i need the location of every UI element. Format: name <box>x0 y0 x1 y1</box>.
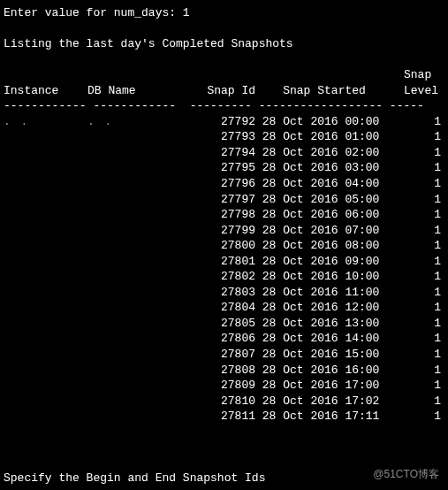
table-row: 27804 28 Oct 2016 12:001 <box>4 300 444 316</box>
cell-instance <box>4 285 87 301</box>
cell-dbname <box>87 254 185 270</box>
hdr-snapid-blank <box>185 67 255 83</box>
cell-snapid: 27803 <box>185 285 255 301</box>
cell-instance <box>4 160 87 176</box>
cell-level: 1 <box>397 285 441 301</box>
cell-started: 28 Oct 2016 05:00 <box>255 192 397 208</box>
table-row: 27811 28 Oct 2016 17:111 <box>4 409 444 425</box>
header-divider: ------------ ------------ --------- ----… <box>4 98 444 114</box>
cell-instance <box>4 394 87 410</box>
cell-started: 28 Oct 2016 14:00 <box>255 331 397 347</box>
cell-started: 28 Oct 2016 09:00 <box>255 254 397 270</box>
watermark-text: @51CTO博客 <box>373 467 439 481</box>
table-row: 27798 28 Oct 2016 06:001 <box>4 207 444 223</box>
cell-level: 1 <box>397 331 441 347</box>
specify-divider: ~~~~~~~~~~~~~~~~~~~~~~~~~~~~~~~~~~~~~~ <box>4 486 444 490</box>
hdr-started-text: Snap Started <box>283 84 366 97</box>
table-row: 27801 28 Oct 2016 09:001 <box>4 254 444 270</box>
cell-snapid: 27795 <box>185 160 255 176</box>
listing-title: Listing the last day's Completed Snapsho… <box>4 36 444 52</box>
cell-started: 28 Oct 2016 00:00 <box>255 114 397 130</box>
hdr-dbname-blank <box>87 67 185 83</box>
hdr-instance-blank <box>4 67 87 83</box>
cell-dbname <box>87 160 185 176</box>
cell-instance <box>4 409 87 425</box>
cell-started: 28 Oct 2016 12:00 <box>255 300 397 316</box>
header-row-2: Instance DB Name Snap Id Snap Started Le… <box>4 83 444 99</box>
cell-snapid: 27808 <box>185 363 255 379</box>
table-row: 27795 28 Oct 2016 03:001 <box>4 160 444 176</box>
cell-level: 1 <box>397 394 441 410</box>
cell-level: 1 <box>397 254 441 270</box>
cell-dbname: . . <box>87 114 185 130</box>
cell-instance <box>4 238 87 254</box>
cell-level: 1 <box>397 316 441 332</box>
cell-dbname <box>87 238 185 254</box>
cell-snapid: 27793 <box>185 129 255 145</box>
cell-dbname <box>87 129 185 145</box>
cell-snapid: 27798 <box>185 207 255 223</box>
cell-dbname <box>87 145 185 161</box>
cell-snapid: 27792 <box>185 114 255 130</box>
cell-level: 1 <box>397 114 441 130</box>
cell-dbname <box>87 316 185 332</box>
cell-level: 1 <box>397 145 441 161</box>
cell-dbname <box>87 223 185 239</box>
cell-snapid: 27794 <box>185 145 255 161</box>
num-days-label: Enter value for num_days: <box>4 6 183 19</box>
cell-started: 28 Oct 2016 11:00 <box>255 285 397 301</box>
table-row: 27794 28 Oct 2016 02:001 <box>4 145 444 161</box>
cell-started: 28 Oct 2016 06:00 <box>255 207 397 223</box>
cell-snapid: 27804 <box>185 300 255 316</box>
cell-level: 1 <box>397 129 441 145</box>
cell-instance <box>4 300 87 316</box>
cell-snapid: 27806 <box>185 331 255 347</box>
cell-instance <box>4 347 87 363</box>
num-days-value: 1 <box>183 6 190 19</box>
table-row: 27802 28 Oct 2016 10:001 <box>4 269 444 285</box>
cell-level: 1 <box>397 176 441 192</box>
cell-started: 28 Oct 2016 16:00 <box>255 363 397 379</box>
table-row: 27806 28 Oct 2016 14:001 <box>4 331 444 347</box>
blank-line <box>4 440 444 456</box>
cell-dbname <box>87 300 185 316</box>
hdr-dbname: DB Name <box>87 83 185 99</box>
num-days-prompt: Enter value for num_days: 1 <box>4 5 444 21</box>
cell-snapid: 27797 <box>185 192 255 208</box>
table-row: 27805 28 Oct 2016 13:001 <box>4 316 444 332</box>
hdr-started: Snap Started <box>255 83 397 99</box>
cell-started: 28 Oct 2016 04:00 <box>255 176 397 192</box>
hdr-level: Level <box>397 83 441 99</box>
cell-level: 1 <box>397 378 441 394</box>
cell-instance <box>4 145 87 161</box>
cell-instance <box>4 129 87 145</box>
cell-started: 28 Oct 2016 17:11 <box>255 409 397 425</box>
cell-level: 1 <box>397 238 441 254</box>
cell-snapid: 27800 <box>185 238 255 254</box>
cell-instance <box>4 269 87 285</box>
cell-started: 28 Oct 2016 08:00 <box>255 238 397 254</box>
cell-instance <box>4 223 87 239</box>
cell-started: 28 Oct 2016 13:00 <box>255 316 397 332</box>
blank-line <box>4 21 444 37</box>
snapshot-table-body: . .. .27792 28 Oct 2016 00:00127793 28 O… <box>4 114 444 425</box>
cell-level: 1 <box>397 269 441 285</box>
cell-started: 28 Oct 2016 01:00 <box>255 129 397 145</box>
cell-dbname <box>87 378 185 394</box>
table-row: 27793 28 Oct 2016 01:001 <box>4 129 444 145</box>
cell-dbname <box>87 363 185 379</box>
cell-started: 28 Oct 2016 03:00 <box>255 160 397 176</box>
cell-snapid: 27802 <box>185 269 255 285</box>
table-row: 27796 28 Oct 2016 04:001 <box>4 176 444 192</box>
cell-instance: . . <box>4 114 87 130</box>
table-row: 27803 28 Oct 2016 11:001 <box>4 285 444 301</box>
cell-snapid: 27811 <box>185 409 255 425</box>
table-row: 27807 28 Oct 2016 15:001 <box>4 347 444 363</box>
cell-started: 28 Oct 2016 17:02 <box>255 394 397 410</box>
blank-line <box>4 425 444 440</box>
cell-instance <box>4 254 87 270</box>
hdr-started-blank <box>255 67 397 83</box>
table-row: 27810 28 Oct 2016 17:021 <box>4 394 444 410</box>
cell-instance <box>4 363 87 379</box>
cell-snapid: 27801 <box>185 254 255 270</box>
